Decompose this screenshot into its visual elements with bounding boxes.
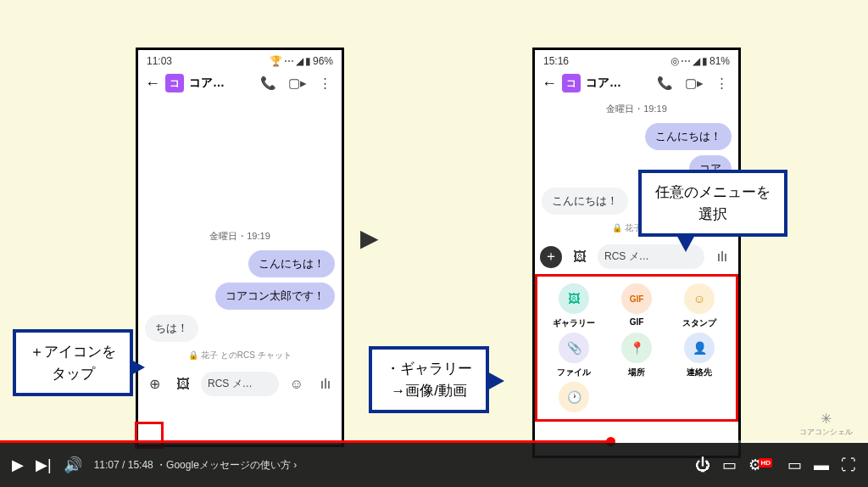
status-time: 11:03: [147, 55, 172, 67]
signal-icon: ◢: [693, 55, 700, 67]
trophy-icon: 🏆: [270, 55, 282, 67]
video-icon[interactable]: ▢▸: [288, 76, 307, 91]
attachment-grid: 🖼ギャラリー GIFGIF ☺スタンプ 📎ファイル 📍場所 👤連絡先 🕐: [535, 274, 738, 422]
play-icon[interactable]: ▶: [12, 456, 24, 474]
app-bar: ← コ コア… 📞 ▢▸ ⋮: [535, 69, 738, 98]
status-icon: ◎: [670, 55, 679, 67]
contact-avatar[interactable]: コ: [562, 74, 581, 92]
more-icon[interactable]: ⋮: [715, 76, 728, 91]
video-controls: ▶ ▶| 🔊 11:07 / 15:48 ・Googleメッセージの使い方 › …: [0, 443, 868, 487]
sent-message[interactable]: こんにちは！: [645, 123, 732, 150]
callout-plus: ＋アイコンを タップ: [13, 329, 133, 396]
location-button[interactable]: 📍場所: [605, 333, 668, 378]
plus-icon[interactable]: ⊕: [143, 373, 165, 395]
next-icon[interactable]: ▶|: [36, 456, 52, 474]
composer: ＋ 🖼 RCS メ… ılı: [535, 239, 738, 274]
battery-pct: 96%: [313, 55, 333, 67]
stamp-button[interactable]: ☺スタンプ: [668, 283, 731, 329]
received-message[interactable]: こんにちは！: [542, 188, 628, 215]
battery-pct: 81%: [709, 55, 730, 67]
subtitles-icon[interactable]: ▭: [722, 456, 737, 474]
gallery-icon[interactable]: 🖼: [172, 373, 194, 395]
status-bar: 11:03 🏆 ⋯ ◢ ▮ 96%: [138, 50, 342, 69]
video-time: 11:07 / 15:48 ・Googleメッセージの使い方 ›: [94, 458, 297, 473]
volume-icon[interactable]: 🔊: [64, 456, 82, 474]
sent-message[interactable]: コアコン太郎です！: [215, 283, 335, 310]
status-bar: 15:16 ◎ ⋯ ◢ ▮ 81%: [535, 50, 738, 69]
phone-right: 15:16 ◎ ⋯ ◢ ▮ 81% ← コ コア… 📞 ▢▸ ⋮ 金曜日・19:…: [532, 48, 741, 458]
arrow-icon: ▶: [360, 224, 379, 252]
message-timestamp: 金曜日・19:19: [138, 230, 342, 243]
wifi-off-icon: ⋯: [681, 55, 691, 67]
contact-name[interactable]: コア…: [586, 76, 648, 91]
callout-menu: 任意のメニューを 選択: [638, 170, 787, 237]
gif-button[interactable]: GIFGIF: [605, 283, 668, 329]
video-icon[interactable]: ▢▸: [685, 76, 704, 91]
mic-icon[interactable]: ılı: [711, 246, 733, 268]
sent-message[interactable]: こんにちは！: [248, 250, 335, 277]
contact-avatar[interactable]: コ: [165, 74, 184, 92]
message-input[interactable]: RCS メ…: [201, 372, 279, 396]
contact-button[interactable]: 👤連絡先: [668, 333, 731, 378]
schedule-button[interactable]: 🕐: [542, 382, 605, 412]
battery-icon: ▮: [305, 55, 311, 67]
emoji-icon[interactable]: ☺: [286, 373, 308, 395]
phone-left: 11:03 🏆 ⋯ ◢ ▮ 96% ← コ コア… 📞 ▢▸ ⋮ 金曜日・19:…: [136, 48, 344, 447]
back-icon[interactable]: ←: [542, 75, 557, 92]
composer: ⊕ 🖼 RCS メ… ☺ ılı: [138, 367, 342, 401]
more-icon[interactable]: ⋮: [319, 76, 331, 91]
battery-icon: ▮: [702, 55, 708, 67]
call-icon[interactable]: 📞: [657, 76, 673, 91]
theater-icon[interactable]: ▬: [814, 456, 829, 474]
gallery-icon[interactable]: 🖼: [569, 246, 591, 268]
contact-name[interactable]: コア…: [189, 76, 252, 91]
channel-logo: ✳ コアコンシェル: [799, 411, 853, 438]
file-button[interactable]: 📎ファイル: [542, 333, 605, 378]
back-icon[interactable]: ←: [145, 75, 160, 92]
app-bar: ← コ コア… 📞 ▢▸ ⋮: [138, 69, 342, 98]
settings-icon[interactable]: ⚙HD: [748, 456, 776, 474]
rcs-status: 🔒 花子 とのRCS チャット: [138, 344, 342, 367]
wifi-off-icon: ⋯: [284, 55, 294, 67]
signal-icon: ◢: [296, 55, 303, 67]
autoplay-icon[interactable]: ⏻: [695, 456, 710, 474]
plus-icon[interactable]: ＋: [540, 246, 562, 268]
mic-icon[interactable]: ılı: [314, 373, 337, 395]
call-icon[interactable]: 📞: [260, 76, 276, 91]
callout-gallery: ・ギャラリー →画像/動画: [369, 346, 489, 413]
received-message[interactable]: ちは！: [145, 315, 198, 342]
fullscreen-icon[interactable]: ⛶: [841, 456, 856, 474]
gallery-button[interactable]: 🖼ギャラリー: [542, 283, 605, 329]
miniplayer-icon[interactable]: ▭: [787, 456, 802, 474]
status-time: 15:16: [543, 55, 569, 67]
message-timestamp: 金曜日・19:19: [535, 103, 738, 115]
